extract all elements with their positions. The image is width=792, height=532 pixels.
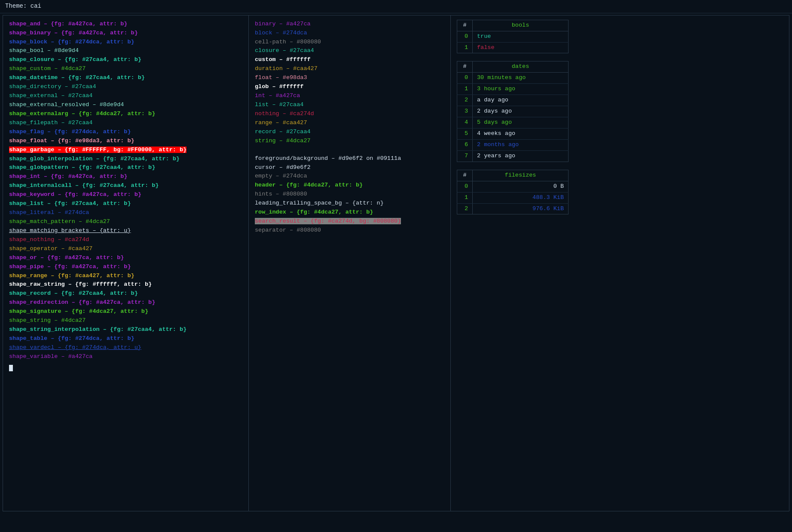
line-int: int – #a427ca	[255, 92, 444, 101]
dates-val-7: 2 years ago	[473, 150, 569, 162]
dates-idx-2: 2	[457, 95, 473, 106]
line-shape-record: shape_record – {fg: #27caa4, attr: b}	[9, 289, 242, 298]
line-shape-externalarg: shape_externalarg – {fg: #4dca27, attr: …	[9, 110, 242, 119]
dates-row-1: 1 3 hours ago	[457, 84, 569, 95]
line-separator: separator – #808080	[255, 226, 444, 235]
dates-val-4: 5 days ago	[473, 117, 569, 128]
line-empty: empty – #274dca	[255, 172, 444, 181]
dates-row-3: 3 2 days ago	[457, 106, 569, 117]
line-shape-match-pattern: shape_match_pattern – #4dca27	[9, 217, 242, 226]
line-shape-directory: shape_directory – #27caa4	[9, 83, 242, 92]
line-shape-custom: shape_custom – #4dca27	[9, 64, 242, 73]
line-row-index: row_index – {fg: #4dca27, attr: b}	[255, 208, 444, 217]
line-header: header – {fg: #4dca27, attr: b}	[255, 181, 444, 190]
bools-header-title: bools	[473, 20, 569, 31]
line-shape-redirection: shape_redirection – {fg: #a427ca, attr: …	[9, 298, 242, 307]
dates-row-2: 2 a day ago	[457, 95, 569, 106]
line-shape-range: shape_range – {fg: #caa427, attr: b}	[9, 272, 242, 281]
cursor-block	[9, 365, 13, 371]
filesizes-idx-2: 2	[457, 203, 473, 214]
dates-val-2: a day ago	[473, 95, 569, 106]
filesizes-idx-1: 1	[457, 192, 473, 203]
dates-idx-0: 0	[457, 73, 473, 84]
dates-row-7: 7 2 years ago	[457, 150, 569, 162]
bools-table: # bools 0 true 1 false	[457, 20, 569, 54]
dates-val-3: 2 days ago	[473, 106, 569, 117]
dates-idx-1: 1	[457, 84, 473, 95]
dates-row-0: 0 30 minutes ago	[457, 73, 569, 84]
dates-idx-7: 7	[457, 150, 473, 162]
line-glob: glob – #ffffff	[255, 83, 444, 92]
bools-row-0: 0 true	[457, 31, 569, 42]
line-string: string – #4dca27	[255, 137, 444, 146]
line-cell-path: cell-path – #808080	[255, 38, 444, 47]
middle-column: binary – #a427ca block – #274dca cell-pa…	[249, 15, 451, 511]
line-record: record – #27caa4	[255, 128, 444, 137]
line-shape-flag: shape_flag – {fg: #274dca, attr: b}	[9, 128, 242, 137]
line-shape-filepath: shape_filepath – #27caa4	[9, 119, 242, 128]
dates-row-6: 6 2 months ago	[457, 139, 569, 150]
line-duration: duration – #caa427	[255, 64, 444, 73]
bools-header-idx: #	[457, 20, 473, 31]
filesizes-header-title: filesizes	[473, 170, 569, 181]
line-cursor: cursor – #d9e6f2	[255, 163, 444, 172]
theme-bar: Theme: cai	[0, 0, 792, 13]
line-shape-vardecl: shape_vardecl – {fg: #274dca, attr: u}	[9, 343, 242, 352]
bools-idx-0: 0	[457, 31, 473, 42]
dates-idx-6: 6	[457, 139, 473, 150]
left-column: shape_and – {fg: #a427ca, attr: b} shape…	[3, 15, 249, 511]
filesizes-idx-0: 0	[457, 181, 473, 192]
bools-row-1: 1 false	[457, 42, 569, 53]
dates-val-5: 4 weeks ago	[473, 128, 569, 139]
line-shape-glob-interpolation: shape_glob_interpolation – {fg: #27caa4,…	[9, 155, 242, 164]
dates-header-title: dates	[473, 61, 569, 73]
line-float: float – #e98da3	[255, 73, 444, 83]
line-shape-pipe: shape_pipe – {fg: #a427ca, attr: b}	[9, 263, 242, 272]
line-shape-table: shape_table – {fg: #274dca, attr: b}	[9, 334, 242, 343]
line-shape-operator: shape_operator – #caa427	[9, 245, 242, 254]
line-range: range – #caa427	[255, 119, 444, 128]
dates-idx-4: 4	[457, 117, 473, 128]
bools-val-0: true	[473, 31, 569, 42]
line-search-result: search_result – {fg: #ca274d, bg: #80808…	[255, 217, 444, 226]
bools-val-1: false	[473, 42, 569, 53]
line-shape-matching-brackets: shape_matching_brackets – {attr: u}	[9, 226, 242, 235]
line-shape-int: shape_int – {fg: #a427ca, attr: b}	[9, 172, 242, 181]
dates-val-0: 30 minutes ago	[473, 73, 569, 84]
filesizes-table: # filesizes 0 0 B 1 488.3 KiB 2 976.6 Ki…	[457, 170, 569, 215]
line-shape-literal: shape_literal – #274dca	[9, 208, 242, 217]
line-shape-globpattern: shape_globpattern – {fg: #27caa4, attr: …	[9, 163, 242, 172]
line-shape-string-interpolation: shape_string_interpolation – {fg: #27caa…	[9, 325, 242, 334]
line-fg-bg: foreground/background – #d9e6f2 on #0911…	[255, 154, 444, 163]
line-shape-internalcall: shape_internalcall – {fg: #27caa4, attr:…	[9, 181, 242, 190]
line-shape-string: shape_string – #4dca27	[9, 316, 242, 325]
line-shape-bool: shape_bool – #8de9d4	[9, 46, 242, 55]
line-shape-nothing: shape_nothing – #ca274d	[9, 235, 242, 245]
dates-row-5: 5 4 weeks ago	[457, 128, 569, 139]
line-binary: binary – #a427ca	[255, 20, 444, 29]
filesizes-val-1: 488.3 KiB	[473, 192, 569, 203]
filesizes-row-1: 1 488.3 KiB	[457, 192, 569, 203]
dates-header-idx: #	[457, 61, 473, 73]
line-leading-trailing: leading_trailing_space_bg – {attr: n}	[255, 199, 444, 208]
line-shape-external: shape_external – #27caa4	[9, 92, 242, 101]
line-custom: custom – #ffffff	[255, 55, 444, 64]
line-nothing: nothing – #ca274d	[255, 110, 444, 119]
dates-val-6: 2 months ago	[473, 139, 569, 150]
filesizes-row-0: 0 0 B	[457, 181, 569, 192]
line-shape-raw-string: shape_raw_string – {fg: #ffffff, attr: b…	[9, 280, 242, 289]
line-shape-float: shape_float – {fg: #e98da3, attr: b}	[9, 137, 242, 146]
main-container: shape_and – {fg: #a427ca, attr: b} shape…	[3, 15, 789, 511]
line-shape-signature: shape_signature – {fg: #4dca27, attr: b}	[9, 307, 242, 316]
bools-idx-1: 1	[457, 42, 473, 53]
line-shape-garbage: shape_garbage – {fg: #FFFFFF, bg: #FF000…	[9, 146, 242, 155]
dates-idx-3: 3	[457, 106, 473, 117]
filesizes-val-0: 0 B	[473, 181, 569, 192]
theme-label: Theme: cai	[0, 0, 792, 13]
dates-val-1: 3 hours ago	[473, 84, 569, 95]
dates-row-4: 4 5 days ago	[457, 117, 569, 128]
line-block: block – #274dca	[255, 29, 444, 38]
filesizes-val-2: 976.6 KiB	[473, 203, 569, 214]
line-shape-keyword: shape_keyword – {fg: #a427ca, attr: b}	[9, 190, 242, 199]
line-shape-list: shape_list – {fg: #27caa4, attr: b}	[9, 199, 242, 208]
